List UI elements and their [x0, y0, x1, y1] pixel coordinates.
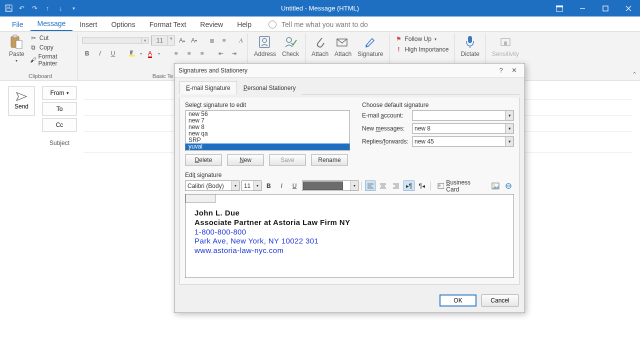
signature-editor[interactable]: John L. Due Associate Partner at Astoria… [185, 194, 514, 278]
next-icon[interactable]: ↓ [56, 4, 65, 13]
tab-options[interactable]: Options [104, 18, 142, 31]
list-item[interactable]: new qa [186, 130, 350, 137]
new-button[interactable]: New [227, 154, 264, 166]
tab-file[interactable]: File [5, 18, 30, 31]
align-left-button[interactable] [365, 180, 376, 191]
delete-button[interactable]: Delete [185, 154, 222, 166]
rename-button[interactable]: Rename [311, 154, 348, 166]
font-color-icon[interactable]: A [145, 48, 155, 58]
format-painter-button[interactable]: 🖌Format Painter [28, 52, 74, 68]
bold-button[interactable]: B [264, 180, 274, 191]
signature-listbox[interactable]: new 56 new 7 new 8 new qa SRP yuval [185, 110, 350, 150]
decrease-indent-icon[interactable]: ⇤ [216, 48, 226, 58]
collapse-ribbon-icon[interactable]: ⌃ [632, 71, 637, 78]
to-button[interactable]: To [42, 102, 77, 116]
dialog-close-button[interactable]: ✕ [508, 65, 520, 76]
send-button[interactable]: Send [8, 86, 35, 116]
rtl-button[interactable]: ¶◂ [416, 180, 428, 191]
grow-font-icon[interactable]: A▴ [177, 36, 187, 46]
list-item[interactable]: new 7 [186, 118, 350, 124]
tab-personal-stationery[interactable]: Personal Stationery [237, 81, 302, 94]
attach-item-button[interactable]: Attach [332, 34, 354, 58]
tell-me-search[interactable]: Tell me what you want to do [268, 20, 368, 31]
microphone-icon [462, 34, 478, 50]
numbering-icon[interactable]: ≡ [219, 36, 229, 46]
sensitivity-button[interactable]: Sensitivity [490, 34, 521, 58]
tab-message[interactable]: Message [30, 16, 73, 31]
increase-indent-icon[interactable]: ⇥ [229, 48, 239, 58]
qat-customize-icon[interactable]: ▾ [69, 4, 78, 13]
font-size-selector[interactable]: 11 ▾ [151, 36, 175, 46]
paperclip-icon [312, 34, 328, 50]
bullets-icon[interactable]: ≣ [207, 36, 217, 46]
ok-button[interactable]: OK [440, 294, 476, 306]
follow-up-button[interactable]: ⚑Follow Up▾ [394, 34, 450, 44]
list-item[interactable]: new 56 [186, 111, 350, 118]
align-center-icon[interactable]: ≡ [184, 48, 194, 58]
cancel-button[interactable]: Cancel [482, 294, 518, 306]
high-importance-button[interactable]: !High Importance [394, 45, 450, 54]
clear-format-icon[interactable]: A [236, 36, 246, 46]
group-label-clipboard: Clipboard [7, 73, 74, 80]
signature-button[interactable]: Signature [356, 34, 385, 58]
ltr-button[interactable]: ▸¶ [404, 180, 414, 191]
sensitivity-icon [498, 34, 513, 50]
font-size-select[interactable]: 11▾ [242, 180, 262, 191]
underline-button[interactable]: U [108, 48, 118, 58]
underline-button[interactable]: U [289, 180, 300, 191]
dialog-help-button[interactable]: ? [494, 65, 508, 76]
dictate-button[interactable]: Dictate [458, 34, 481, 58]
minimize-button[interactable] [571, 0, 594, 16]
tab-email-signature[interactable]: E-mail Signature [180, 81, 237, 94]
list-item[interactable]: yuval [186, 144, 350, 150]
highlight-icon[interactable] [127, 48, 137, 58]
paste-button[interactable]: Paste ▾ [7, 34, 26, 64]
undo-icon[interactable]: ↶ [17, 4, 26, 13]
align-left-icon[interactable]: ≡ [171, 48, 181, 58]
cc-button[interactable]: Cc [42, 118, 77, 132]
check-names-button[interactable]: Check [280, 34, 301, 58]
tab-review[interactable]: Review [193, 18, 230, 31]
business-card-button[interactable]: Business Card [434, 180, 488, 191]
ribbon-display-icon[interactable] [548, 0, 571, 16]
bold-button[interactable]: B [82, 48, 92, 58]
svg-rect-6 [603, 6, 608, 11]
tab-format-text[interactable]: Format Text [142, 18, 194, 31]
attach-file-button[interactable]: Attach [310, 34, 330, 58]
new-messages-select[interactable]: new 8▾ [412, 124, 514, 134]
font-name-selector[interactable]: ▾ [82, 38, 149, 44]
list-item[interactable]: new 8 [186, 124, 350, 130]
close-button[interactable] [617, 0, 640, 16]
tab-help[interactable]: Help [230, 18, 258, 31]
tell-me-placeholder: Tell me what you want to do [282, 20, 368, 28]
maximize-button[interactable] [594, 0, 617, 16]
font-color-select[interactable]: ▾ [302, 180, 358, 191]
align-center-button[interactable] [378, 180, 388, 191]
paste-label: Paste [9, 50, 24, 58]
shrink-font-icon[interactable]: A▾ [189, 36, 199, 46]
save-icon[interactable] [4, 4, 13, 13]
redo-icon[interactable]: ↷ [30, 4, 39, 13]
address-book-button[interactable]: Address [252, 34, 278, 58]
from-button[interactable]: From▾ [42, 86, 77, 100]
svg-rect-10 [13, 35, 17, 38]
italic-button[interactable]: I [276, 180, 287, 191]
attach-item-icon [336, 34, 350, 50]
italic-button[interactable]: I [95, 48, 105, 58]
list-item[interactable]: SRP [186, 137, 350, 144]
email-account-select[interactable]: ▾ [412, 110, 514, 120]
link-icon [504, 182, 512, 190]
previous-icon[interactable]: ↑ [43, 4, 52, 13]
save-button[interactable]: Save [269, 154, 306, 166]
replies-forwards-select[interactable]: new 45▾ [412, 136, 514, 146]
copy-button[interactable]: ⧉Copy [28, 43, 74, 52]
align-right-icon[interactable]: ≡ [197, 48, 207, 58]
insert-hyperlink-button[interactable] [503, 180, 514, 191]
align-right-button[interactable] [390, 180, 402, 191]
chevron-down-icon: ▾ [16, 58, 18, 63]
chevron-down-icon: ▾ [505, 124, 514, 133]
cut-button[interactable]: ✂Cut [28, 34, 74, 42]
font-family-select[interactable]: Calibri (Body)▾ [185, 180, 240, 191]
tab-insert[interactable]: Insert [72, 18, 104, 31]
insert-picture-button[interactable] [490, 180, 501, 191]
